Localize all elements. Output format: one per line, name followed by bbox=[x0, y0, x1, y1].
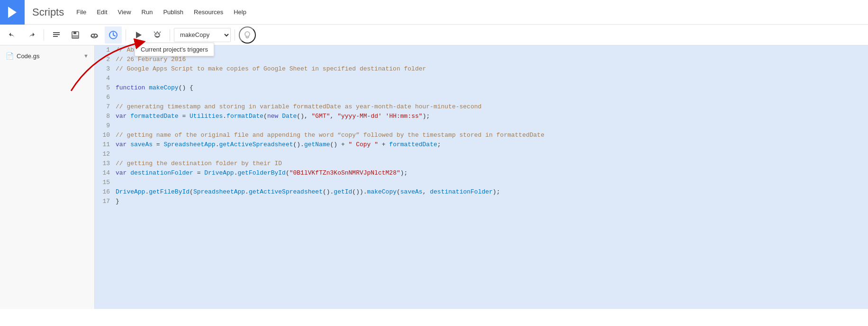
menu-bar: File Edit View Run Publish Resources Hel… bbox=[72, 7, 251, 18]
line-number: 3 bbox=[95, 64, 114, 74]
triggers-icon bbox=[108, 30, 118, 40]
code-table: 1// Abhijeet Chopra2// 26 February 20163… bbox=[95, 45, 868, 206]
line-code: // 26 February 2016 bbox=[114, 55, 868, 64]
svg-line-16 bbox=[154, 32, 155, 33]
table-row: 15 bbox=[95, 178, 868, 187]
svg-rect-1 bbox=[53, 34, 60, 35]
line-number: 9 bbox=[95, 121, 114, 131]
line-number: 2 bbox=[95, 55, 114, 64]
svg-line-17 bbox=[160, 32, 161, 33]
debug-button[interactable] bbox=[149, 26, 166, 44]
header: Scripts File Edit View Run Publish Resou… bbox=[0, 0, 868, 25]
separator-2 bbox=[126, 29, 126, 41]
line-number: 8 bbox=[95, 112, 114, 121]
table-row: 2// 26 February 2016 bbox=[95, 55, 868, 64]
function-selector[interactable]: makeCopy bbox=[174, 28, 231, 42]
line-code: // getting name of the original file and… bbox=[114, 131, 868, 140]
code-editor[interactable]: 1// Abhijeet Chopra2// 26 February 20163… bbox=[95, 45, 868, 309]
save-icon bbox=[71, 31, 80, 39]
table-row: 11var saveAs = SpreadsheetApp.getActiveS… bbox=[95, 140, 868, 150]
menu-resources[interactable]: Resources bbox=[189, 7, 228, 18]
line-code: // Abhijeet Chopra bbox=[114, 45, 868, 55]
table-row: 5function makeCopy() { bbox=[95, 83, 868, 93]
line-code bbox=[114, 93, 868, 102]
main-layout: 📄 Code.gs ▼ 1// Abhijeet Chopra2// 26 Fe… bbox=[0, 45, 868, 309]
run-button[interactable] bbox=[130, 26, 147, 44]
line-number: 11 bbox=[95, 140, 114, 150]
app-title: Scripts bbox=[25, 6, 64, 18]
line-number: 12 bbox=[95, 150, 114, 159]
lightbulb-icon bbox=[242, 30, 253, 40]
line-number: 14 bbox=[95, 168, 114, 178]
line-code bbox=[114, 121, 868, 131]
line-number: 13 bbox=[95, 159, 114, 168]
svg-point-15 bbox=[158, 34, 159, 35]
menu-edit[interactable]: Edit bbox=[92, 7, 112, 18]
undo-icon bbox=[8, 31, 17, 39]
line-code: DriveApp.getFileById(SpreadsheetApp.getA… bbox=[114, 187, 868, 197]
table-row: 14var destinationFolder = DriveApp.getFo… bbox=[95, 168, 868, 178]
line-number: 5 bbox=[95, 83, 114, 93]
line-code: var formattedDate = Utilities.formatDate… bbox=[114, 112, 868, 121]
line-number: 7 bbox=[95, 102, 114, 112]
svg-line-11 bbox=[113, 35, 115, 36]
line-code bbox=[114, 178, 868, 187]
menu-file[interactable]: File bbox=[72, 7, 91, 18]
line-code bbox=[114, 74, 868, 83]
cloud-button[interactable] bbox=[86, 26, 103, 44]
separator-4 bbox=[235, 29, 235, 41]
redo-icon bbox=[27, 31, 36, 39]
table-row: 13// getting the destination folder by t… bbox=[95, 159, 868, 168]
sidebar-item-code[interactable]: 📄 Code.gs ▼ bbox=[0, 49, 94, 62]
line-code: var destinationFolder = DriveApp.getFold… bbox=[114, 168, 868, 178]
logo-icon bbox=[8, 7, 17, 18]
cloud-icon bbox=[90, 31, 99, 39]
menu-help[interactable]: Help bbox=[229, 7, 251, 18]
undo-button[interactable] bbox=[4, 26, 21, 44]
line-code: // getting the destination folder by the… bbox=[114, 159, 868, 168]
table-row: 10// getting name of the original file a… bbox=[95, 131, 868, 140]
line-number: 4 bbox=[95, 74, 114, 83]
table-row: 3// Google Apps Script to make copies of… bbox=[95, 64, 868, 74]
table-row: 16DriveApp.getFileById(SpreadsheetApp.ge… bbox=[95, 187, 868, 197]
toolbar: makeCopy Current project's triggers bbox=[0, 25, 868, 45]
redo-button[interactable] bbox=[23, 26, 40, 44]
line-number: 15 bbox=[95, 178, 114, 187]
run-icon bbox=[134, 31, 143, 39]
format-button[interactable] bbox=[48, 26, 65, 44]
file-icon: 📄 bbox=[6, 52, 14, 60]
sidebar-item-label: Code.gs bbox=[17, 53, 39, 60]
format-icon bbox=[52, 31, 61, 39]
triggers-tooltip: Current project's triggers bbox=[135, 43, 214, 56]
svg-point-14 bbox=[156, 34, 157, 35]
menu-view[interactable]: View bbox=[113, 7, 136, 18]
save-button[interactable] bbox=[67, 26, 84, 44]
svg-point-19 bbox=[245, 32, 250, 36]
logo-box bbox=[0, 0, 25, 25]
line-code: var saveAs = SpreadsheetApp.getActiveSpr… bbox=[114, 140, 868, 150]
svg-marker-12 bbox=[136, 32, 142, 38]
lightbulb-button[interactable] bbox=[239, 26, 256, 44]
table-row: 4 bbox=[95, 74, 868, 83]
sidebar: 📄 Code.gs ▼ bbox=[0, 45, 95, 309]
chevron-icon: ▼ bbox=[83, 53, 89, 59]
separator-3 bbox=[170, 29, 170, 41]
line-code: function makeCopy() { bbox=[114, 83, 868, 93]
line-number: 17 bbox=[95, 197, 114, 206]
table-row: 7// generating timestamp and storing in … bbox=[95, 102, 868, 112]
menu-publish[interactable]: Publish bbox=[158, 7, 188, 18]
separator-1 bbox=[44, 29, 44, 41]
table-row: 12 bbox=[95, 150, 868, 159]
line-code: // generating timestamp and storing in v… bbox=[114, 102, 868, 112]
menu-run[interactable]: Run bbox=[137, 7, 158, 18]
line-number: 10 bbox=[95, 131, 114, 140]
svg-rect-2 bbox=[53, 36, 58, 37]
debug-icon bbox=[153, 31, 162, 39]
line-code: // Google Apps Script to make copies of … bbox=[114, 64, 868, 74]
triggers-button[interactable] bbox=[105, 26, 122, 44]
line-number: 1 bbox=[95, 45, 114, 55]
line-number: 6 bbox=[95, 93, 114, 102]
table-row: 17} bbox=[95, 197, 868, 206]
line-number: 16 bbox=[95, 187, 114, 197]
line-code: } bbox=[114, 197, 868, 206]
